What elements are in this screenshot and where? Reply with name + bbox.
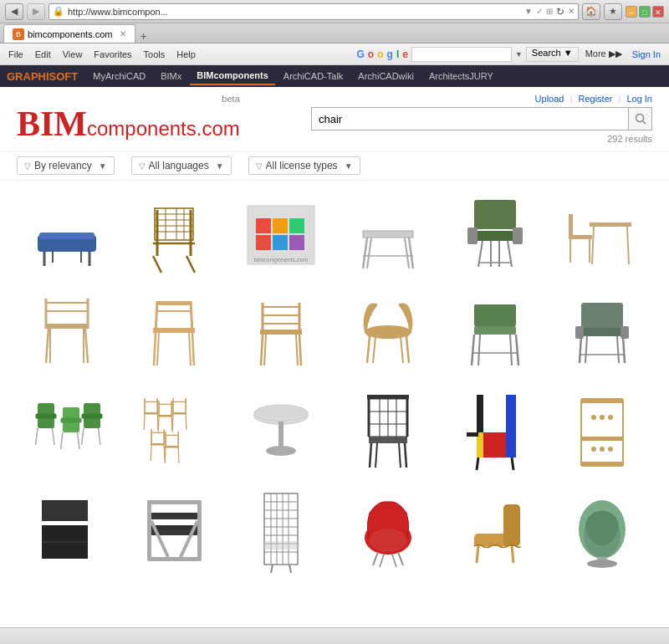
refresh-button[interactable]: ↻ [556, 6, 564, 18]
svg-rect-36 [476, 231, 514, 241]
tab-favicon: B [13, 28, 24, 40]
svg-rect-119 [158, 415, 172, 417]
svg-rect-206 [264, 541, 298, 549]
results-count: 292 results [607, 134, 652, 144]
svg-line-99 [617, 336, 619, 363]
svg-point-174 [608, 415, 613, 420]
nav-bimcomponents[interactable]: BIMcomponents [190, 67, 275, 85]
search-button[interactable] [629, 107, 652, 130]
menu-favorites[interactable]: Favorites [90, 49, 135, 59]
svg-rect-24 [273, 218, 288, 233]
nav-myarchicad[interactable]: MyArchiCAD [86, 68, 152, 84]
svg-line-117 [144, 415, 145, 430]
favorites-button[interactable]: ★ [604, 3, 622, 20]
maximize-button[interactable]: □ [639, 6, 651, 18]
svg-line-160 [399, 443, 401, 468]
language-filter[interactable]: ▽ All languages ▼ [131, 156, 232, 175]
chair-img-21 [256, 489, 306, 573]
svg-rect-164 [477, 395, 483, 432]
product-9[interactable] [231, 288, 331, 380]
google-search-input[interactable] [411, 47, 512, 62]
product-19[interactable] [17, 485, 117, 577]
product-7[interactable] [17, 288, 117, 380]
page-header: beta BIM components . com Upload | Regis… [0, 87, 669, 151]
minimize-button[interactable]: ─ [626, 6, 637, 18]
relevancy-filter[interactable]: ▽ By relevancy ▼ [17, 156, 115, 175]
svg-line-1 [642, 121, 646, 125]
chair-img-7 [33, 294, 100, 374]
site-logo[interactable]: beta BIM components . com [17, 94, 240, 144]
product-11[interactable] [445, 288, 545, 380]
product-20[interactable] [124, 485, 224, 577]
login-link[interactable]: Log In [626, 94, 652, 104]
google-dropdown-icon[interactable]: ▼ [515, 50, 523, 59]
page-content: beta BIM components . com Upload | Regis… [0, 87, 669, 627]
svg-line-104 [53, 428, 55, 445]
product-21[interactable] [231, 485, 331, 577]
svg-rect-94 [575, 326, 584, 339]
license-filter[interactable]: ▽ All license types ▼ [248, 156, 360, 175]
product-8[interactable] [124, 288, 224, 380]
nav-bimx[interactable]: BIMx [154, 68, 188, 84]
product-1[interactable] [17, 189, 117, 281]
site-navigation: GRAPHISOFT MyArchiCAD BIMx BIMcomponents… [0, 65, 669, 87]
back-button[interactable]: ◀ [5, 3, 23, 20]
svg-rect-7 [39, 233, 94, 239]
product-24[interactable] [552, 485, 652, 577]
svg-line-78 [296, 335, 298, 365]
home-button[interactable]: 🏠 [582, 3, 600, 20]
stop-button[interactable]: ✕ [568, 7, 575, 16]
product-14[interactable] [124, 386, 224, 478]
product-10[interactable] [338, 288, 438, 380]
product-22[interactable] [338, 485, 438, 577]
svg-line-142 [178, 448, 179, 463]
more-button[interactable]: More ▶▶ [582, 49, 626, 59]
google-search-button[interactable]: Search ▼ [526, 47, 579, 62]
product-12[interactable] [552, 288, 652, 380]
product-5[interactable] [445, 189, 545, 281]
tab-close-icon[interactable]: ✕ [120, 29, 126, 38]
svg-line-31 [409, 238, 413, 268]
forward-button[interactable]: ▶ [27, 3, 45, 20]
menu-help[interactable]: Help [173, 49, 199, 59]
upload-link[interactable]: Upload [535, 94, 564, 104]
product-18[interactable] [552, 386, 652, 478]
product-4[interactable] [338, 189, 438, 281]
register-link[interactable]: Register [578, 94, 612, 104]
chair-img-24 [569, 492, 636, 571]
graphisoft-logo[interactable]: GRAPHISOFT [7, 70, 78, 83]
product-2[interactable] [124, 189, 224, 281]
svg-rect-92 [581, 303, 623, 328]
search-input[interactable] [311, 107, 629, 130]
product-17[interactable] [445, 386, 545, 478]
sign-in-button[interactable]: Sign In [629, 49, 664, 59]
product-3[interactable]: bimcomponents.com [231, 189, 331, 281]
chair-img-22 [355, 492, 421, 571]
product-23[interactable] [445, 485, 545, 577]
svg-rect-60 [153, 328, 195, 333]
nav-architectsjury[interactable]: ArchitectsJURY [422, 68, 500, 84]
svg-line-107 [61, 432, 64, 449]
menu-edit[interactable]: Edit [32, 49, 54, 59]
svg-line-30 [363, 238, 367, 268]
product-15[interactable] [231, 386, 331, 478]
nav-archicad-talk[interactable]: ArchiCAD-Talk [277, 68, 350, 84]
product-16[interactable] [338, 386, 438, 478]
svg-rect-170 [581, 437, 623, 441]
nav-archicadwiki[interactable]: ArchiCADwiki [351, 68, 421, 84]
google-logo-g: g [387, 49, 393, 60]
active-tab[interactable]: B bimcomponents.com ✕ [3, 24, 135, 43]
menu-file[interactable]: File [5, 49, 27, 59]
address-dropdown-icon[interactable]: ▼ [524, 7, 533, 16]
new-tab-button[interactable]: + [135, 29, 152, 43]
chair-img-8 [140, 294, 207, 374]
product-13[interactable] [17, 386, 117, 478]
close-button[interactable]: ✕ [652, 6, 664, 18]
svg-rect-178 [42, 521, 88, 559]
menu-tools[interactable]: Tools [140, 49, 169, 59]
product-6[interactable] [552, 189, 652, 281]
menu-view[interactable]: View [59, 49, 86, 59]
google-logo: G [357, 49, 365, 60]
svg-line-32 [367, 238, 371, 268]
svg-rect-110 [82, 414, 103, 419]
